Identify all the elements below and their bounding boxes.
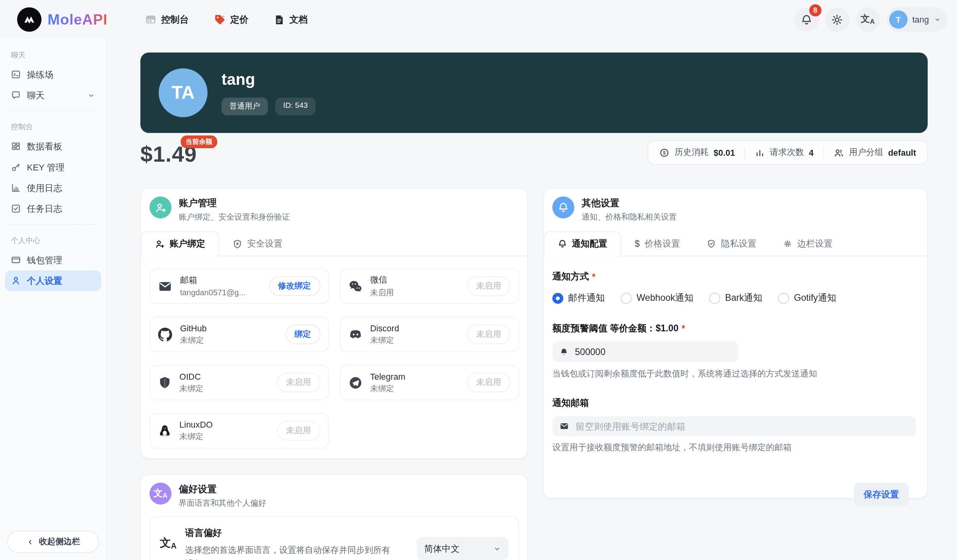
collapse-sidebar-button[interactable]: 收起侧边栏: [7, 531, 99, 552]
nav-console[interactable]: 控制台: [145, 14, 189, 25]
binding-status: 未绑定: [370, 383, 459, 394]
threshold-field[interactable]: [552, 342, 739, 362]
bind-github-button[interactable]: 绑定: [285, 325, 320, 344]
preference-card-titles: 偏好设置 界面语言和其他个人偏好: [179, 483, 266, 509]
sidebar-item-wallet[interactable]: 钱包管理: [5, 250, 101, 270]
radio-bark-notify[interactable]: Bark通知: [709, 292, 762, 304]
wechat-disabled-badge: 未启用: [467, 276, 510, 296]
radio-unselected: [709, 292, 720, 304]
sidebar-item-chat[interactable]: 聊天: [5, 85, 101, 105]
sidebar-item-playground[interactable]: 操练场: [5, 64, 101, 85]
topbar: MoleAPI 控制台 定价: [0, 0, 957, 39]
stat-request-count: 请求次数 4: [755, 147, 813, 158]
binding-name: Discord: [370, 323, 459, 333]
request-count-icon: [755, 148, 765, 158]
sidebar-item-keys[interactable]: KEY 管理: [5, 157, 101, 178]
threshold-input[interactable]: [574, 346, 731, 357]
mole-logo-icon: [22, 12, 36, 27]
chevron-down-icon: [87, 91, 95, 99]
sidebar-item-label: 个人设置: [27, 275, 95, 287]
shield-icon: [233, 239, 243, 249]
tab-notification-config[interactable]: 通知配置: [544, 231, 622, 256]
radio-selected: [552, 292, 563, 304]
radio-webhook-notify[interactable]: Webhook通知: [621, 292, 693, 304]
notify-email-label: 通知邮箱: [552, 397, 916, 409]
label-text: 额度预警阈值 等价金额：$1.00: [552, 323, 678, 334]
sidebar-item-usage-logs[interactable]: 使用日志: [5, 178, 101, 198]
tab-label: 账户绑定: [170, 238, 205, 249]
sidebar-divider: [7, 111, 99, 111]
right-column: 其他设置 通知、价格和隐私相关设置 通知配置: [543, 188, 928, 499]
usage-chart-icon: [11, 183, 21, 193]
binding-item-wechat: 微信 未启用 未启用: [340, 268, 519, 304]
telegram-icon: [348, 376, 362, 390]
language-select[interactable]: 简体中文: [417, 537, 508, 560]
other-card-header: 其他设置 通知、价格和隐私相关设置: [544, 189, 927, 223]
sidebar-item-profile-settings[interactable]: 个人设置: [5, 270, 101, 291]
collapse-sidebar-label: 收起侧边栏: [39, 536, 80, 547]
notifications-button[interactable]: 8: [794, 7, 819, 32]
stat-divider: [745, 146, 746, 159]
user-menu[interactable]: T tang: [886, 7, 947, 32]
binding-texts: 微信 未启用: [370, 274, 459, 298]
radio-gotify-notify[interactable]: Gotify通知: [778, 292, 836, 304]
settings-columns: 账户管理 账户绑定、安全设置和身份验证 账户绑定: [140, 188, 928, 560]
profile-info: tang 普通用户 ID: 543: [222, 70, 316, 115]
nav-docs-label: 文档: [289, 14, 308, 25]
tab-security-settings[interactable]: 安全设置: [219, 232, 296, 256]
binding-item-telegram: Telegram 未绑定 未启用: [340, 365, 519, 400]
sidebar-section-chat: 聊天: [5, 44, 101, 64]
key-icon: [11, 162, 21, 172]
modify-email-binding-button[interactable]: 修改绑定: [269, 276, 320, 296]
tab-label: 价格设置: [645, 238, 680, 249]
role-badge: 普通用户: [222, 97, 268, 115]
user-plus-icon: [155, 202, 166, 213]
binding-item-email: 邮箱 tangdan0571@g... 修改绑定: [149, 268, 329, 304]
tab-account-binding[interactable]: 账户绑定: [141, 231, 219, 256]
tab-sidebar-settings[interactable]: 边栏设置: [770, 232, 846, 256]
svg-text:$: $: [663, 150, 666, 155]
sidebar-item-task-logs[interactable]: 任务日志: [5, 198, 101, 219]
sidebar-item-label: 数据看板: [27, 141, 95, 152]
profile-banner: TA tang 普通用户 ID: 543: [140, 52, 928, 133]
language-preference-title: 语言偏好: [185, 527, 393, 539]
binding-name: 微信: [370, 274, 459, 285]
chevron-down-icon: [934, 16, 941, 23]
radio-unselected: [621, 292, 632, 304]
profile-badges: 普通用户 ID: 543: [222, 97, 316, 115]
translate-icon: 文A: [153, 488, 167, 499]
translate-icon: 文A: [861, 14, 875, 25]
tab-label: 安全设置: [247, 238, 282, 249]
discord-icon: [348, 327, 362, 341]
brand-logo[interactable]: MoleAPI: [17, 7, 107, 32]
wallet-card-icon: [11, 255, 21, 265]
nav-docs[interactable]: 文档: [274, 14, 308, 25]
nav-pricing[interactable]: 定价: [214, 14, 249, 25]
radio-label: 邮件通知: [568, 292, 605, 304]
tab-price-settings[interactable]: $ 价格设置: [621, 232, 693, 256]
notify-email-field[interactable]: [552, 416, 916, 436]
left-column: 账户管理 账户绑定、安全设置和身份验证 账户绑定: [140, 188, 528, 560]
translate-icon: 文A: [160, 536, 176, 550]
bell-icon: [558, 202, 569, 213]
radio-email-notify[interactable]: 邮件通知: [552, 292, 605, 304]
task-check-icon: [11, 204, 21, 214]
linuxdo-penguin-icon: [158, 424, 172, 438]
threshold-help: 当钱包或订阅剩余额度低于此数值时，系统将通过选择的方式发送通知: [552, 369, 916, 380]
save-row: 保存设置: [552, 483, 916, 506]
sidebar-item-dashboard[interactable]: 数据看板: [5, 136, 101, 157]
bell-icon: [558, 239, 567, 248]
topbar-actions: 8 文A T tang: [794, 7, 947, 32]
tab-privacy-settings[interactable]: 隐私设置: [693, 232, 769, 256]
language-select-value: 简体中文: [424, 543, 459, 554]
binding-status: tangdan0571@g...: [180, 288, 261, 297]
user-plus-icon: [155, 239, 165, 249]
sidebar-item-label: KEY 管理: [27, 161, 95, 173]
notify-email-input[interactable]: [574, 420, 909, 432]
save-settings-button[interactable]: 保存设置: [854, 483, 909, 506]
shield-check-icon: [707, 239, 716, 248]
theme-toggle-button[interactable]: [825, 7, 850, 32]
language-switch-button[interactable]: 文A: [856, 7, 880, 32]
profile-avatar: TA: [159, 68, 207, 117]
tab-label: 隐私设置: [721, 238, 756, 249]
